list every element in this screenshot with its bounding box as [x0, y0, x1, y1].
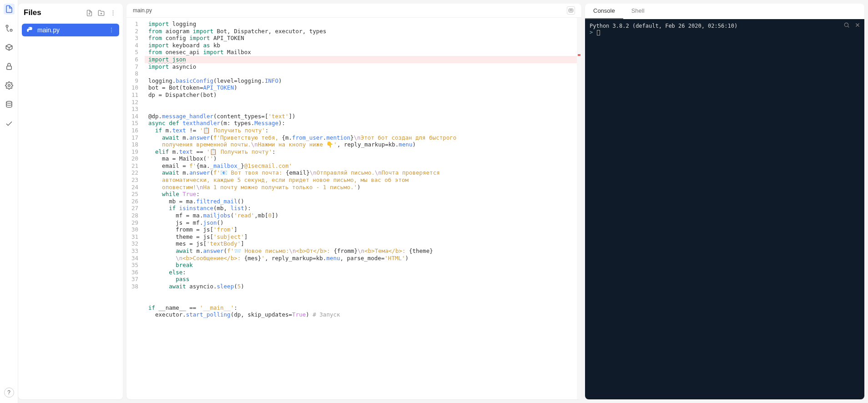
- svg-point-14: [111, 31, 112, 32]
- svg-point-3: [8, 85, 10, 87]
- more-icon[interactable]: [108, 8, 117, 17]
- file-item-main[interactable]: main.py: [22, 24, 119, 36]
- tab-console[interactable]: Console: [585, 4, 623, 19]
- svg-point-0: [6, 25, 8, 27]
- check-icon[interactable]: [4, 118, 15, 129]
- database-icon[interactable]: [4, 99, 15, 110]
- python-icon: [26, 26, 34, 34]
- new-file-icon[interactable]: [85, 8, 94, 17]
- files-title: Files: [24, 8, 82, 17]
- console-prompt-line[interactable]: >: [590, 29, 860, 35]
- version-control-icon[interactable]: [4, 23, 15, 34]
- svg-line-19: [848, 26, 849, 28]
- cursor: [597, 30, 600, 35]
- svg-point-13: [111, 30, 112, 30]
- editor-tab[interactable]: main.py: [126, 4, 581, 18]
- files-panel: Files main.py: [18, 4, 123, 399]
- svg-point-4: [6, 101, 12, 104]
- editor-panel: main.py 12345678910111213141516171819202…: [126, 4, 581, 399]
- svg-point-12: [111, 28, 112, 29]
- console-close-icon[interactable]: [854, 22, 861, 28]
- markdown-toggle-icon[interactable]: [567, 6, 575, 15]
- svg-rect-2: [6, 66, 11, 70]
- console-body[interactable]: Python 3.8.2 (default, Feb 26 2020, 02:5…: [585, 19, 864, 399]
- svg-point-1: [10, 29, 12, 31]
- console-tabs: Console Shell: [585, 4, 864, 19]
- settings-icon[interactable]: [4, 80, 15, 91]
- prompt-symbol: >: [590, 29, 593, 35]
- file-menu-icon[interactable]: [108, 27, 115, 33]
- line-gutter: 1234567891011121314151617181920212223242…: [126, 18, 145, 399]
- svg-point-10: [112, 12, 113, 13]
- error-marker: [578, 54, 580, 56]
- activity-bar: ?: [0, 0, 18, 403]
- files-tab-icon[interactable]: [4, 4, 15, 15]
- svg-point-18: [844, 23, 848, 26]
- console-search-icon[interactable]: [843, 22, 850, 28]
- editor-tab-label: main.py: [133, 7, 152, 14]
- console-banner: Python 3.8.2 (default, Feb 26 2020, 02:5…: [590, 23, 860, 29]
- svg-point-9: [112, 10, 113, 11]
- packages-icon[interactable]: [4, 42, 15, 53]
- code-editor[interactable]: 1234567891011121314151617181920212223242…: [126, 18, 581, 399]
- secrets-icon[interactable]: [4, 61, 15, 72]
- code-content[interactable]: import loggingfrom aiogram import Bot, D…: [145, 18, 581, 399]
- new-folder-icon[interactable]: [96, 8, 106, 17]
- tab-shell[interactable]: Shell: [623, 4, 653, 19]
- scrollbar-track[interactable]: [577, 18, 581, 399]
- help-button[interactable]: ?: [4, 388, 14, 398]
- file-name: main.py: [37, 26, 60, 34]
- right-panel: Console Shell Python 3.8.2 (default, Feb…: [585, 4, 864, 399]
- svg-point-11: [112, 14, 113, 15]
